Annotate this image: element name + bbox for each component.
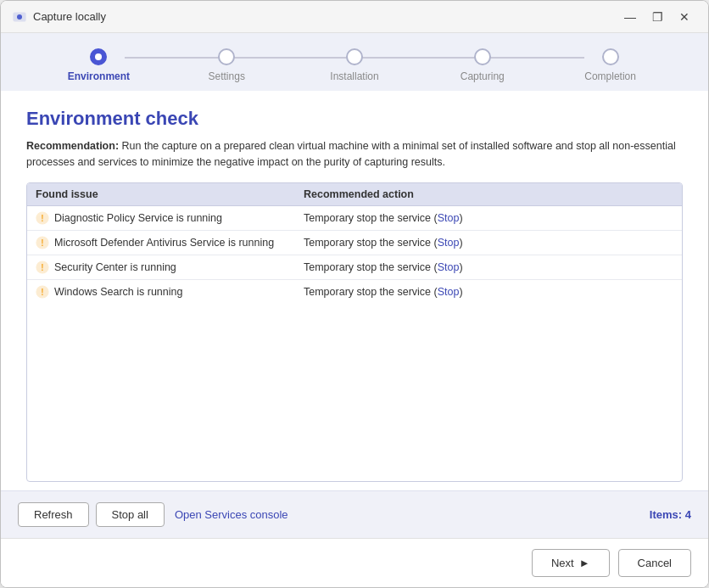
stop-link-4[interactable]: Stop: [438, 286, 460, 298]
step-label-installation: Installation: [330, 70, 378, 82]
warning-icon-2: !: [36, 236, 49, 249]
issue-text-4: Windows Search is running: [54, 286, 182, 298]
issue-cell-2: ! Microsoft Defender Antivirus Service i…: [36, 236, 304, 249]
step-label-settings: Settings: [209, 70, 245, 82]
svg-text:!: !: [41, 238, 43, 248]
bottom-bar: Refresh Stop all Open Services console I…: [1, 490, 708, 538]
issue-text-2: Microsoft Defender Antivirus Service is …: [54, 237, 274, 249]
col-action: Recommended action: [304, 188, 572, 200]
action-cell-3: Temporary stop the service (Stop): [304, 261, 572, 273]
app-icon: [13, 10, 26, 24]
step-capturing: Capturing: [418, 48, 546, 82]
warning-icon-3: !: [36, 260, 49, 274]
step-label-completion: Completion: [584, 70, 636, 82]
step-installation: Installation: [291, 48, 419, 82]
table-row: ! Microsoft Defender Antivirus Service i…: [27, 231, 682, 255]
main-content: Environment check Recommendation: Run th…: [1, 91, 708, 490]
step-circle-completion: [602, 48, 619, 65]
action-prefix-3: Temporary stop the service: [304, 261, 431, 273]
footer-nav: Next ► Cancel: [1, 538, 708, 587]
recommendation-detail: Run the capture on a prepared clean virt…: [26, 140, 676, 168]
page-title: Environment check: [26, 108, 683, 130]
table-header: Found issue Recommended action: [27, 183, 682, 206]
svg-text:!: !: [41, 214, 43, 223]
step-circle-installation: [346, 48, 363, 65]
items-count: Items: 4: [650, 508, 691, 521]
step-completion: Completion: [546, 48, 674, 82]
action-prefix-1: Temporary stop the service: [304, 212, 431, 224]
step-circle-capturing: [474, 48, 491, 65]
table-row: ! Windows Search is running Temporary st…: [27, 280, 682, 304]
maximize-button[interactable]: ❐: [645, 8, 669, 25]
window-title: Capture locally: [33, 10, 618, 23]
step-circle-environment: [90, 48, 107, 65]
warning-icon-1: !: [36, 211, 49, 225]
svg-text:!: !: [41, 263, 43, 272]
stop-link-2[interactable]: Stop: [438, 237, 460, 249]
cancel-button[interactable]: Cancel: [618, 549, 691, 577]
action-cell-1: Temporary stop the service (Stop): [304, 212, 572, 224]
minimize-button[interactable]: —: [618, 8, 642, 25]
next-button-label: Next: [551, 557, 574, 569]
action-cell-2: Temporary stop the service (Stop): [304, 237, 572, 249]
action-prefix-4: Temporary stop the service: [304, 286, 431, 298]
action-cell-4: Temporary stop the service (Stop): [304, 286, 572, 298]
recommendation-text: Recommendation: Run the capture on a pre…: [26, 138, 683, 171]
issue-cell-1: ! Diagnostic Policy Service is running: [36, 211, 304, 225]
warning-icon-4: !: [36, 285, 49, 299]
refresh-button[interactable]: Refresh: [18, 502, 89, 527]
open-services-link[interactable]: Open Services console: [175, 508, 288, 521]
step-settings: Settings: [163, 48, 291, 82]
step-environment: Environment: [35, 48, 163, 82]
stop-link-1[interactable]: Stop: [438, 212, 460, 224]
stop-all-button[interactable]: Stop all: [96, 502, 165, 527]
step-label-capturing: Capturing: [461, 70, 505, 82]
window-controls: — ❐ ✕: [618, 8, 696, 25]
svg-point-1: [17, 14, 22, 20]
recommendation-bold: Recommendation:: [26, 140, 119, 152]
svg-text:!: !: [41, 288, 43, 297]
table-body: ! Diagnostic Policy Service is running T…: [27, 206, 682, 304]
close-button[interactable]: ✕: [673, 8, 696, 25]
issue-cell-3: ! Security Center is running: [36, 260, 304, 274]
action-prefix-2: Temporary stop the service: [304, 237, 431, 249]
next-button[interactable]: Next ►: [532, 549, 610, 577]
step-label-environment: Environment: [68, 70, 130, 82]
table-row: ! Diagnostic Policy Service is running T…: [27, 206, 682, 231]
next-arrow-icon: ►: [579, 557, 590, 569]
issue-text-3: Security Center is running: [54, 261, 176, 273]
col-extra: [572, 188, 673, 200]
issue-cell-4: ! Windows Search is running: [36, 285, 304, 299]
issues-table: Found issue Recommended action ! Diagnos…: [26, 182, 683, 483]
table-row: ! Security Center is running Temporary s…: [27, 255, 682, 280]
stepper: Environment Settings Installation Captur…: [35, 48, 674, 82]
stepper-area: Environment Settings Installation Captur…: [1, 33, 708, 91]
main-window: Capture locally — ❐ ✕ Environment Settin…: [0, 0, 709, 588]
stop-link-3[interactable]: Stop: [438, 261, 460, 273]
step-circle-settings: [218, 48, 235, 65]
title-bar: Capture locally — ❐ ✕: [1, 1, 708, 33]
issue-text-1: Diagnostic Policy Service is running: [54, 212, 222, 224]
col-issue: Found issue: [36, 188, 304, 200]
